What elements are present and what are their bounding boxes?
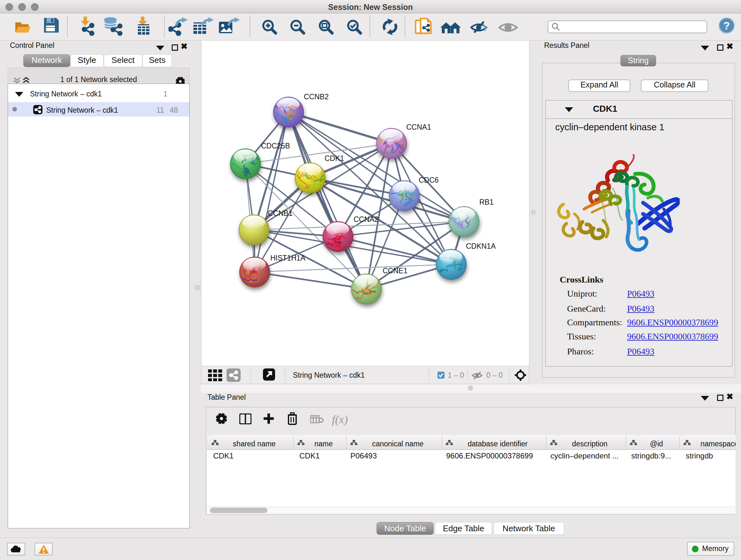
svg-text:CDKN1A: CDKN1A <box>466 242 496 250</box>
svg-text:CCNA2: CCNA2 <box>354 215 379 224</box>
svg-text:CCNA1: CCNA1 <box>406 123 431 131</box>
svg-text:CDC6: CDC6 <box>419 176 439 184</box>
svg-text:CCNB1: CCNB1 <box>268 209 293 217</box>
svg-text:CDK1: CDK1 <box>325 154 344 163</box>
svg-text:CDC25B: CDC25B <box>261 142 290 150</box>
svg-text:CCNE1: CCNE1 <box>383 266 408 275</box>
svg-text:CCNB2: CCNB2 <box>304 92 329 101</box>
svg-text:RB1: RB1 <box>479 198 494 206</box>
svg-text:HIST1H1A: HIST1H1A <box>270 254 306 262</box>
